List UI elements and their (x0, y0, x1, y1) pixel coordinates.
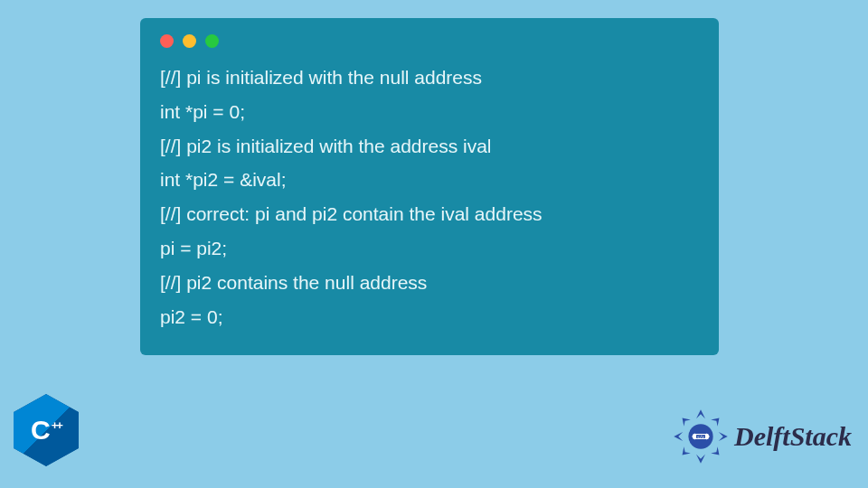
svg-text:</>: </> (697, 435, 704, 439)
close-icon (160, 34, 174, 48)
code-line: int *pi = 0; (160, 95, 699, 129)
code-block: [//] pi is initialized with the null add… (160, 61, 699, 333)
cpp-hexagon-icon: C++ (14, 394, 79, 466)
brand-name-a: Delft (734, 421, 790, 451)
cpp-logo: C++ (14, 394, 79, 466)
code-window: [//] pi is initialized with the null add… (140, 18, 719, 355)
brand-name: DelftStack (734, 421, 852, 452)
cpp-plusplus: ++ (52, 418, 61, 432)
svg-marker-1 (719, 432, 728, 441)
svg-marker-4 (711, 418, 719, 427)
svg-marker-6 (683, 446, 691, 455)
window-dots (160, 34, 699, 48)
svg-marker-2 (696, 455, 705, 464)
brand-name-b: Stack (790, 421, 852, 451)
svg-marker-5 (711, 446, 719, 455)
brand-badge-icon: </> (673, 408, 729, 465)
code-line: [//] pi2 contains the null address (160, 266, 699, 300)
svg-marker-7 (683, 418, 691, 427)
cpp-logo-text: C++ (31, 415, 61, 446)
code-line: [//] pi2 is initialized with the address… (160, 129, 699, 164)
code-line: pi = pi2; (160, 231, 699, 266)
code-line: int *pi2 = &ival; (160, 163, 699, 197)
code-line: [//] pi is initialized with the null add… (160, 61, 699, 95)
brand-logo: </> DelftStack (673, 408, 852, 465)
cpp-letter: C (31, 415, 50, 445)
maximize-icon (205, 34, 219, 48)
minimize-icon (183, 34, 196, 48)
svg-marker-3 (674, 432, 683, 441)
code-line: [//] correct: pi and pi2 contain the iva… (160, 197, 699, 231)
svg-marker-0 (696, 409, 705, 418)
code-line: pi2 = 0; (160, 300, 699, 334)
